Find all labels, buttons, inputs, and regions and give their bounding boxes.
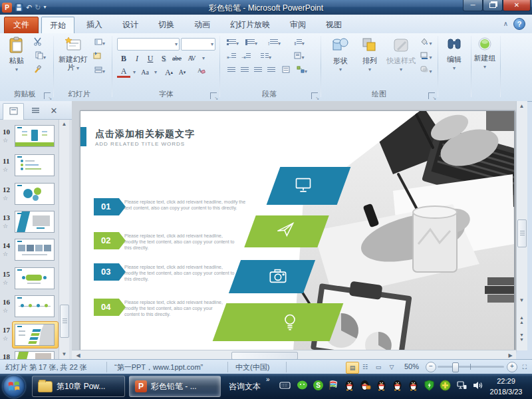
reset-slide-button[interactable] (90, 51, 104, 63)
italic-button[interactable]: I (130, 53, 144, 65)
tab-insert[interactable]: 插入 (78, 17, 110, 33)
tab-outline[interactable] (25, 103, 45, 119)
scroll-left-icon[interactable]: ◀ (73, 352, 83, 358)
quick-styles-button[interactable]: 快速样式▾ (386, 37, 416, 74)
close-slides-panel-button[interactable]: ✕ (44, 103, 64, 119)
start-button[interactable] (3, 375, 25, 398)
paste-button[interactable]: 粘贴▾ (5, 37, 28, 74)
text-shadow-button[interactable]: S (157, 53, 170, 65)
reading-view-button[interactable]: ▭ (372, 362, 384, 372)
align-center-button[interactable] (238, 65, 251, 77)
format-painter-button[interactable] (31, 65, 44, 77)
font-name-combo[interactable]: ▾ (117, 38, 180, 51)
qq-penguin-tray-icon[interactable] (392, 380, 403, 391)
scroll-down-icon[interactable]: ▼ (59, 351, 69, 357)
change-case-dropdown-icon[interactable]: ▾ (149, 66, 162, 78)
shape-outline-button[interactable]: ▾ (418, 51, 435, 63)
zoom-in-button[interactable]: + (507, 362, 517, 372)
slide-sorter-view-button[interactable]: ☷ (359, 362, 371, 372)
shrink-font-button[interactable]: A▾ (176, 66, 189, 78)
tab-view[interactable]: 视图 (318, 17, 350, 33)
tab-design[interactable]: 设计 (114, 17, 146, 33)
slide-subtitle[interactable]: ADD RELATED TITLE WORDS (95, 141, 185, 147)
arrange-button[interactable]: 排列▾ (356, 37, 383, 74)
slideshow-view-button[interactable]: ▽ (386, 362, 398, 372)
taskbar-button-powerpoint[interactable]: P 彩色铅笔 - ... (129, 376, 221, 397)
slide-thumbnail-16[interactable] (15, 295, 55, 317)
green-s-tray-icon[interactable]: S (313, 380, 324, 391)
item-body-text[interactable]: Please replace text, click add relevant … (124, 199, 252, 211)
slide-layout-button[interactable]: ▾ (90, 37, 109, 49)
horizontal-scrollbar[interactable]: ◀ ▶ (72, 350, 516, 360)
bold-button[interactable]: B (117, 53, 130, 65)
zoom-slider-track[interactable] (438, 366, 504, 368)
character-spacing-dropdown-icon[interactable]: ▾ (197, 53, 210, 65)
convert-smartart-button[interactable]: ▾ (294, 65, 310, 77)
align-left-button[interactable] (225, 65, 238, 77)
zoom-out-button[interactable]: − (426, 362, 436, 372)
next-slide-button[interactable]: ▼▼ (517, 332, 527, 342)
tab-home[interactable]: 开始 (41, 17, 74, 33)
cut-button[interactable] (31, 37, 44, 49)
tab-review[interactable]: 审阅 (282, 17, 314, 33)
minimize-button[interactable]: ─ (463, 0, 483, 11)
align-text-button[interactable]: ▾ (291, 51, 307, 63)
network-tray-icon[interactable] (456, 380, 467, 391)
decrease-indent-button[interactable]: ⇤ (225, 51, 238, 63)
editing-button[interactable]: 编辑▾ (442, 37, 467, 72)
previous-slide-button[interactable]: ▲▲ (517, 315, 527, 325)
keyboard-tray-icon[interactable] (279, 380, 291, 391)
slide-thumbnail-13[interactable] (15, 211, 55, 233)
qq-penguin-tray-icon[interactable] (376, 380, 387, 391)
underline-button[interactable]: U (144, 53, 157, 65)
slide-thumbnail-14[interactable] (15, 239, 55, 261)
security-shield-tray-icon[interactable] (424, 380, 435, 391)
taskbar-toolbar-label[interactable]: 咨询文本 (229, 381, 261, 392)
volume-tray-icon[interactable] (472, 380, 483, 391)
line-spacing-button[interactable]: ↕▾ (266, 37, 282, 49)
restore-button[interactable] (483, 0, 503, 11)
rainbow-flag-tray-icon[interactable] (328, 380, 339, 391)
language-indicator[interactable]: 中文(中国) (235, 362, 269, 372)
character-spacing-button[interactable]: AV (185, 53, 198, 65)
bullets-button[interactable]: ▾ (225, 37, 241, 49)
zoom-slider-thumb[interactable] (452, 362, 459, 372)
tab-transitions[interactable]: 切换 (150, 17, 182, 33)
qq-penguin-briefcase-tray-icon[interactable] (360, 380, 371, 391)
shapes-button[interactable]: 形状▾ (327, 37, 354, 74)
distribute-button[interactable] (279, 65, 293, 77)
text-direction-button[interactable]: ‖▾ (291, 37, 307, 49)
toolbar-chevron-icon[interactable]: » (266, 376, 270, 383)
normal-view-button[interactable]: ▤ (346, 362, 359, 374)
qq-penguin-tray-icon[interactable] (344, 380, 355, 391)
slide-thumbnail-11[interactable] (15, 154, 55, 176)
slides-scrollbar-thumb[interactable] (60, 305, 69, 338)
scroll-down-icon[interactable]: ▼ (517, 297, 527, 303)
taskbar-clock[interactable]: 22:29 2018/3/23 (483, 376, 529, 397)
shape-fill-button[interactable]: ▾ (418, 37, 435, 49)
slide-thumbnail-15[interactable] (15, 267, 55, 289)
slide-thumbnail-10[interactable] (15, 125, 55, 147)
slide-thumbnail-17[interactable] (15, 324, 55, 346)
item-body-text[interactable]: Please replace text, click add relevant … (124, 264, 237, 282)
tab-slides-thumbnails[interactable] (3, 103, 24, 120)
tab-animations[interactable]: 动画 (186, 17, 218, 33)
slide-page[interactable]: 点击添加相关标题文字 ADD RELATED TITLE WORDS 01 Pl… (80, 110, 515, 352)
item-body-text[interactable]: Please replace text, click add relevant … (124, 233, 237, 251)
scroll-up-icon[interactable]: ▲ (517, 103, 527, 109)
font-dialog-launcher[interactable] (210, 92, 217, 99)
collapse-ribbon-icon[interactable]: ∧ (503, 20, 508, 27)
wechat-tray-icon[interactable] (297, 380, 308, 391)
justify-button[interactable] (265, 65, 278, 77)
increase-indent-button[interactable]: ⇥ (239, 51, 253, 63)
drawing-dialog-launcher[interactable] (428, 92, 435, 99)
paragraph-dialog-launcher[interactable] (311, 92, 318, 99)
strikethrough-button[interactable]: abe (170, 53, 184, 65)
new-slide-button[interactable]: 新建幻灯片 ▾ (59, 37, 88, 72)
copy-button[interactable]: ▾ (31, 51, 51, 63)
safe-plus-tray-icon[interactable] (440, 380, 451, 391)
slide-title[interactable]: 点击添加相关标题文字 (95, 128, 195, 140)
font-size-combo[interactable]: ▾ (181, 38, 215, 51)
numbering-button[interactable]: ▾ (243, 37, 259, 49)
close-button[interactable]: ✕ (503, 0, 531, 11)
